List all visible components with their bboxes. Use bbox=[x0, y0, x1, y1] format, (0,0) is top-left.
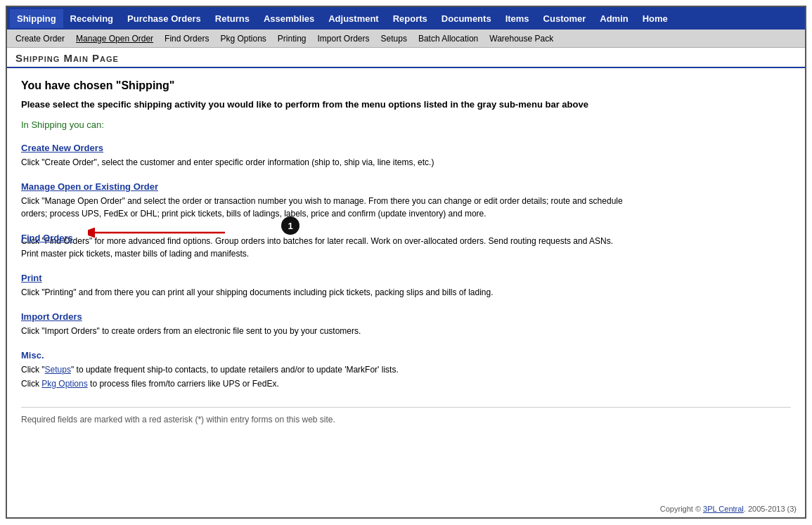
nav-items[interactable]: Items bbox=[498, 9, 536, 28]
footer-note: Required fields are marked with a red as… bbox=[21, 407, 791, 424]
in-shipping-label: In Shipping you can: bbox=[21, 119, 791, 130]
create-new-orders-link[interactable]: Create New Orders bbox=[21, 143, 103, 153]
pkg-options-link[interactable]: Pkg Options bbox=[41, 379, 87, 389]
section-manage-open-order: Manage Open or Existing Order Click "Man… bbox=[21, 181, 791, 220]
chosen-heading: You have chosen "Shipping" bbox=[21, 79, 791, 92]
instruction-text: Please select the specific shipping acti… bbox=[21, 99, 598, 110]
manage-open-order-desc: Click "Manage Open Order" and select the… bbox=[21, 195, 626, 220]
print-desc: Click "Printing" and from there you can … bbox=[21, 286, 626, 299]
misc-desc-2: Click Pkg Options to process files from/… bbox=[21, 377, 626, 390]
copyright-link[interactable]: 3PL Central bbox=[703, 505, 744, 513]
nav-purchase-orders[interactable]: Purchase Orders bbox=[120, 9, 208, 28]
section-create-new-orders: Create New Orders Click "Create Order", … bbox=[21, 143, 791, 169]
create-new-orders-desc: Click "Create Order", select the custome… bbox=[21, 156, 626, 169]
nav-assemblies[interactable]: Assemblies bbox=[257, 9, 321, 28]
import-orders-link[interactable]: Import Orders bbox=[21, 311, 82, 322]
section-misc: Misc. Click "Setups" to update frequent … bbox=[21, 350, 791, 390]
outer-wrapper: Shipping Receiving Purchase Orders Retur… bbox=[6, 6, 806, 519]
subnav-import-orders[interactable]: Import Orders bbox=[312, 31, 375, 46]
subnav-setups[interactable]: Setups bbox=[375, 31, 413, 46]
nav-reports[interactable]: Reports bbox=[386, 9, 434, 28]
subnav-create-order[interactable]: Create Order bbox=[10, 31, 70, 46]
misc-desc-1: Click "Setups" to update frequent ship-t… bbox=[21, 363, 626, 376]
copyright-prefix: Copyright © bbox=[660, 505, 703, 513]
subnav-pkg-options[interactable]: Pkg Options bbox=[214, 31, 271, 46]
nav-admin[interactable]: Admin bbox=[593, 9, 635, 28]
nav-receiving[interactable]: Receiving bbox=[63, 9, 120, 28]
find-orders-desc: Click "Find Orders" for more advanced fi… bbox=[21, 235, 626, 260]
subnav-find-orders[interactable]: Find Orders bbox=[159, 31, 214, 46]
find-orders-link[interactable]: Find Orders bbox=[21, 233, 73, 243]
subnav-batch-allocation[interactable]: Batch Allocation bbox=[413, 31, 484, 46]
section-find-orders: Find Orders 1 Click bbox=[21, 233, 791, 260]
import-orders-desc: Click "Import Orders" to create orders f… bbox=[21, 325, 626, 337]
main-content: You have chosen "Shipping" Please select… bbox=[7, 68, 805, 436]
subnav-warehouse-pack[interactable]: Warehouse Pack bbox=[484, 31, 559, 46]
subnav-manage-open-order[interactable]: Manage Open Order bbox=[70, 31, 159, 46]
sub-nav: Create Order Manage Open Order Find Orde… bbox=[7, 30, 805, 48]
nav-returns[interactable]: Returns bbox=[208, 9, 257, 28]
subnav-printing[interactable]: Printing bbox=[272, 31, 312, 46]
copyright-bar: Copyright © 3PL Central. 2005-2013 (3) bbox=[652, 500, 805, 517]
nav-customer[interactable]: Customer bbox=[536, 9, 593, 28]
nav-home[interactable]: Home bbox=[636, 9, 675, 28]
page-title: Shipping Main Page bbox=[15, 52, 797, 64]
manage-open-order-link[interactable]: Manage Open or Existing Order bbox=[21, 181, 158, 192]
setups-link[interactable]: Setups bbox=[45, 365, 71, 375]
section-print: Print Click "Printing" and from there yo… bbox=[21, 273, 791, 299]
nav-adjustment[interactable]: Adjustment bbox=[321, 9, 386, 28]
nav-shipping[interactable]: Shipping bbox=[10, 9, 63, 28]
print-link[interactable]: Print bbox=[21, 273, 42, 283]
nav-documents[interactable]: Documents bbox=[434, 9, 498, 28]
page-title-bar: Shipping Main Page bbox=[7, 48, 805, 68]
misc-heading: Misc. bbox=[21, 350, 44, 361]
copyright-suffix: . 2005-2013 (3) bbox=[744, 505, 797, 513]
section-import-orders: Import Orders Click "Import Orders" to c… bbox=[21, 311, 791, 337]
top-nav: Shipping Receiving Purchase Orders Retur… bbox=[7, 7, 805, 30]
